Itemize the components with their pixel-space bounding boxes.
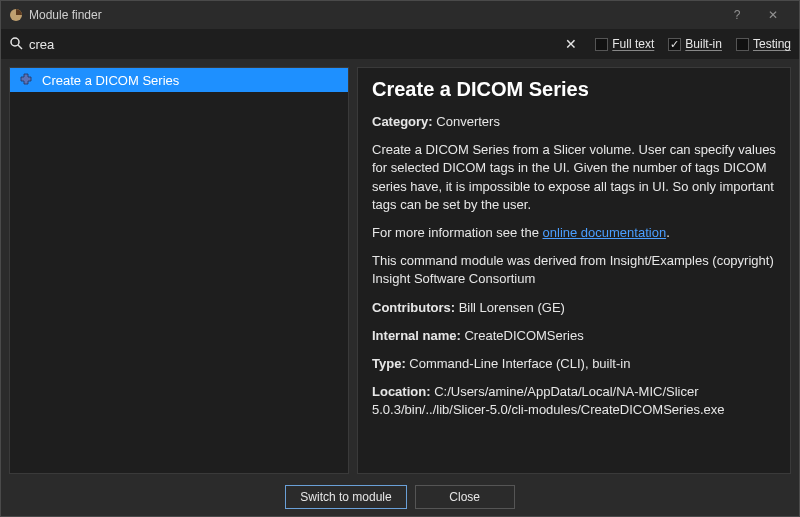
- fulltext-checkbox[interactable]: Full text: [595, 37, 654, 51]
- builtin-label: Built-in: [685, 37, 722, 51]
- svg-point-1: [11, 38, 19, 46]
- app-icon: [9, 8, 23, 22]
- fulltext-label: Full text: [612, 37, 654, 51]
- switch-to-module-button[interactable]: Switch to module: [285, 485, 406, 509]
- module-internal-name: Internal name: CreateDICOMSeries: [372, 327, 776, 345]
- module-type: Type: Command-Line Interface (CLI), buil…: [372, 355, 776, 373]
- module-title: Create a DICOM Series: [372, 78, 776, 101]
- clear-search-button[interactable]: ✕: [561, 36, 581, 52]
- window-close-button[interactable]: ✕: [755, 1, 791, 29]
- online-documentation-link[interactable]: online documentation: [543, 225, 667, 240]
- search-bar: ✕ Full text ✓ Built-in Testing: [1, 29, 799, 59]
- checkbox-icon: ✓: [668, 38, 681, 51]
- footer: Switch to module Close: [1, 478, 799, 516]
- module-description: Create a DICOM Series from a Slicer volu…: [372, 141, 776, 214]
- module-finder-window: Module finder ? ✕ ✕ Full text ✓ Built-in…: [0, 0, 800, 517]
- close-button[interactable]: Close: [415, 485, 515, 509]
- body: Create a DICOM Series Create a DICOM Ser…: [1, 59, 799, 478]
- titlebar: Module finder ? ✕: [1, 1, 799, 29]
- result-item[interactable]: Create a DICOM Series: [10, 68, 348, 92]
- testing-checkbox[interactable]: Testing: [736, 37, 791, 51]
- module-moreinfo: For more information see the online docu…: [372, 224, 776, 242]
- result-item-label: Create a DICOM Series: [42, 73, 179, 88]
- svg-line-2: [18, 45, 22, 49]
- search-input[interactable]: [29, 37, 555, 52]
- checkbox-icon: [595, 38, 608, 51]
- module-derived: This command module was derived from Ins…: [372, 252, 776, 288]
- search-icon: [9, 36, 23, 53]
- module-detail: Create a DICOM Series Category: Converte…: [357, 67, 791, 474]
- builtin-checkbox[interactable]: ✓ Built-in: [668, 37, 722, 51]
- module-category: Category: Converters: [372, 113, 776, 131]
- module-icon: [18, 72, 34, 88]
- checkbox-icon: [736, 38, 749, 51]
- help-button[interactable]: ?: [719, 1, 755, 29]
- window-title: Module finder: [29, 8, 102, 22]
- module-contributors: Contributors: Bill Lorensen (GE): [372, 299, 776, 317]
- results-list: Create a DICOM Series: [9, 67, 349, 474]
- testing-label: Testing: [753, 37, 791, 51]
- module-location: Location: C:/Users/amine/AppData/Local/N…: [372, 383, 776, 419]
